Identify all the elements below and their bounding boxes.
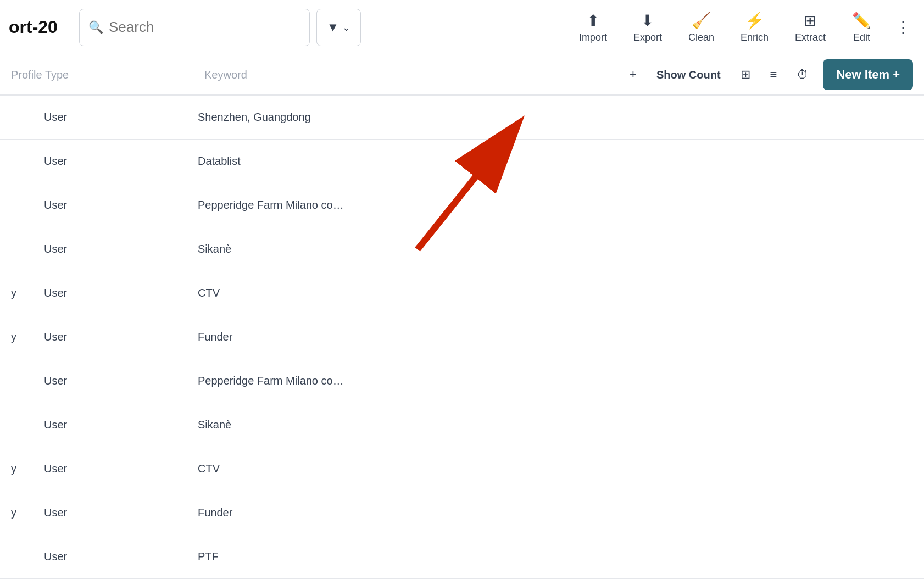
table-row[interactable]: User PTF — [0, 535, 924, 579]
plus-icon: + — [630, 68, 637, 82]
export-label: Export — [633, 32, 662, 43]
import-icon: ⬆ — [587, 12, 599, 30]
table-row[interactable]: User Datablist — [0, 140, 924, 183]
table-row[interactable]: User Pepperidge Farm Milano co… — [0, 359, 924, 403]
show-count-button[interactable]: Show Count — [651, 65, 726, 85]
app-title: ort-20 — [9, 17, 75, 37]
more-button[interactable]: ⋮ — [891, 14, 915, 41]
table-row[interactable]: User Sikanè — [0, 403, 924, 447]
row-profile-type: User — [44, 243, 110, 255]
row-profile-type: User — [44, 550, 110, 563]
toolbar-actions: ⬆ Import ⬇ Export 🧹 Clean ⚡ Enrich ⊞ Ext… — [572, 7, 915, 48]
table-row[interactable]: y User CTV — [0, 271, 924, 315]
search-bar[interactable]: 🔍 — [79, 9, 310, 46]
row-left: y User — [11, 331, 198, 343]
row-keyword: PTF — [198, 550, 913, 563]
edit-button[interactable]: ✏️ Edit — [845, 7, 878, 48]
extract-button[interactable]: ⊞ Extract — [788, 7, 832, 48]
filter-button[interactable]: ▼ ⌄ — [316, 9, 361, 46]
sort-icon: ≡ — [770, 68, 777, 82]
import-button[interactable]: ⬆ Import — [572, 7, 614, 48]
profile-type-header: Profile Type — [11, 69, 69, 81]
new-item-button[interactable]: New Item + — [823, 59, 913, 90]
row-left: User — [11, 243, 198, 255]
extract-label: Extract — [795, 32, 826, 43]
table-body: User Shenzhen, Guangdong User Datablist … — [0, 96, 924, 579]
filter-icon: ▼ — [327, 20, 339, 35]
edit-icon: ✏️ — [852, 12, 871, 30]
history-icon: ⏱ — [797, 68, 809, 82]
row-name-partial: y — [11, 331, 44, 343]
columns-toggle-button[interactable]: ⊞ — [735, 64, 756, 85]
extract-icon: ⊞ — [804, 12, 816, 30]
enrich-label: Enrich — [741, 32, 769, 43]
row-keyword: Shenzhen, Guangdong — [198, 111, 913, 124]
row-profile-type: User — [44, 375, 110, 387]
row-left: y User — [11, 506, 198, 519]
app-container: ort-20 🔍 ▼ ⌄ ⬆ Import ⬇ Export 🧹 Clean — [0, 0, 924, 579]
row-name-partial: y — [11, 463, 44, 475]
row-left: y User — [11, 287, 198, 299]
row-profile-type: User — [44, 463, 110, 475]
row-left: User — [11, 419, 198, 431]
row-profile-type: User — [44, 199, 110, 211]
row-keyword: Pepperidge Farm Milano co… — [198, 199, 913, 211]
enrich-icon: ⚡ — [745, 12, 764, 30]
row-left: User — [11, 375, 198, 387]
table-row[interactable]: User Sikanè — [0, 227, 924, 271]
table-row[interactable]: y User CTV — [0, 447, 924, 491]
row-name-partial: y — [11, 506, 44, 519]
row-profile-type: User — [44, 287, 110, 299]
toolbar: ort-20 🔍 ▼ ⌄ ⬆ Import ⬇ Export 🧹 Clean — [0, 0, 924, 55]
row-left: User — [11, 155, 198, 168]
table-row[interactable]: y User Funder — [0, 491, 924, 535]
search-input[interactable] — [109, 19, 300, 36]
row-keyword: Pepperidge Farm Milano co… — [198, 375, 913, 387]
row-profile-type: User — [44, 419, 110, 431]
row-left: User — [11, 111, 198, 124]
keyword-header: Keyword — [204, 69, 617, 81]
columns-icon: ⊞ — [741, 68, 750, 82]
row-keyword: Datablist — [198, 155, 913, 168]
clean-label: Clean — [688, 32, 714, 43]
export-icon: ⬇ — [641, 12, 654, 30]
search-icon: 🔍 — [88, 20, 103, 35]
sort-button[interactable]: ≡ — [765, 64, 783, 85]
history-button[interactable]: ⏱ — [791, 64, 814, 85]
table-row[interactable]: y User Funder — [0, 315, 924, 359]
sub-toolbar-actions: + Show Count ⊞ ≡ ⏱ New Item + — [624, 59, 913, 90]
row-keyword: CTV — [198, 463, 913, 475]
row-keyword: Sikanè — [198, 419, 913, 431]
edit-label: Edit — [853, 32, 870, 43]
row-keyword: CTV — [198, 287, 913, 299]
row-keyword: Funder — [198, 331, 913, 343]
table-row[interactable]: User Pepperidge Farm Milano co… — [0, 183, 924, 227]
enrich-button[interactable]: ⚡ Enrich — [734, 7, 775, 48]
sub-toolbar: Profile Type Keyword + Show Count ⊞ ≡ ⏱ … — [0, 55, 924, 96]
row-profile-type: User — [44, 111, 110, 124]
col-header-left: Profile Type — [11, 69, 198, 81]
row-left: User — [11, 550, 198, 563]
clean-icon: 🧹 — [692, 12, 711, 30]
row-left: y User — [11, 463, 198, 475]
table-row[interactable]: User Shenzhen, Guangdong — [0, 96, 924, 140]
row-keyword: Sikanè — [198, 243, 913, 255]
export-button[interactable]: ⬇ Export — [627, 7, 669, 48]
row-keyword: Funder — [198, 506, 913, 519]
import-label: Import — [579, 32, 607, 43]
row-profile-type: User — [44, 331, 110, 343]
row-left: User — [11, 199, 198, 211]
clean-button[interactable]: 🧹 Clean — [682, 7, 721, 48]
add-column-button[interactable]: + — [624, 64, 642, 85]
row-profile-type: User — [44, 506, 110, 519]
chevron-down-icon: ⌄ — [342, 21, 350, 34]
row-name-partial: y — [11, 287, 44, 299]
row-profile-type: User — [44, 155, 110, 168]
table-container: User Shenzhen, Guangdong User Datablist … — [0, 96, 924, 579]
